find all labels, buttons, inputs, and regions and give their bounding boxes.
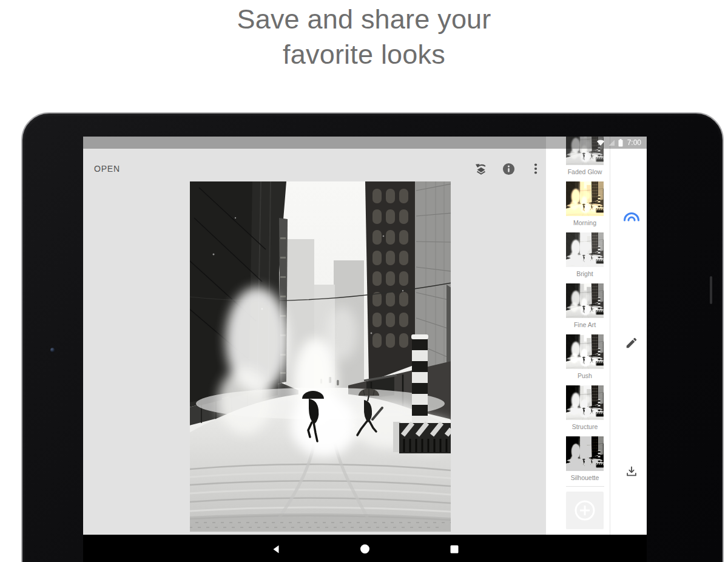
look-label: Bright [564,270,605,277]
look-label: Structure [564,423,605,430]
tab-export[interactable] [610,461,647,482]
marketing-page: Save and share your favorite looks OPEN [0,0,728,562]
bezel-slot [710,276,712,304]
look-thumbnail [566,436,604,471]
looks-arcs-icon [622,209,641,222]
look-label: Faded Glow [564,168,605,175]
android-nav-bar [83,535,647,562]
headline-line-2: favorite looks [0,37,728,72]
back-icon [271,544,281,554]
look-label: Fine Art [564,321,605,328]
look-label: Silhouette [564,474,605,481]
add-circle-icon [571,497,598,524]
look-thumbnail [566,385,604,420]
front-camera [50,348,55,352]
home-button[interactable] [360,544,371,555]
tablet-frame: OPEN [21,112,724,562]
look-thumbnail [566,334,604,369]
cell-signal-icon [608,139,615,146]
look-thumbnail [566,232,604,267]
wifi-icon [596,139,605,146]
back-button[interactable] [271,544,281,555]
looks-list: Faded Glow Morning Bright [546,137,610,487]
recents-button[interactable] [449,544,460,555]
looks-panel: Faded Glow Morning Bright [546,137,610,535]
headline: Save and share your favorite looks [0,0,728,72]
editor-canvas: OPEN [83,137,546,535]
app-screen: OPEN [83,137,647,562]
battery-icon [618,139,623,147]
recents-icon [450,545,459,554]
look-label: Push [564,372,605,379]
look-item-fine-art[interactable]: Fine Art [546,283,610,334]
add-look-button[interactable] [566,492,604,529]
status-bar: 7:00 [83,137,647,149]
home-icon [360,544,370,554]
divider [566,486,604,487]
tab-looks[interactable] [610,205,647,226]
look-thumbnail [566,181,604,216]
clock: 7:00 [627,139,641,146]
look-item-morning[interactable]: Morning [546,181,610,232]
export-icon [625,465,638,478]
look-item-bright[interactable]: Bright [546,232,610,283]
toolbar [473,161,544,177]
info-icon[interactable] [500,161,516,177]
look-item-push[interactable]: Push [546,334,610,385]
open-button[interactable]: OPEN [94,164,120,174]
tab-tools[interactable] [610,332,647,354]
headline-line-1: Save and share your [0,2,728,37]
edited-photo[interactable] [190,181,451,532]
look-item-silhouette[interactable]: Silhouette [546,436,610,487]
look-thumbnail [566,283,604,318]
tab-rail [610,137,647,535]
look-item-structure[interactable]: Structure [546,385,610,436]
pencil-icon [625,336,638,350]
look-label: Morning [564,219,605,226]
overflow-menu-icon[interactable] [528,161,544,177]
edit-history-icon[interactable] [473,161,489,177]
